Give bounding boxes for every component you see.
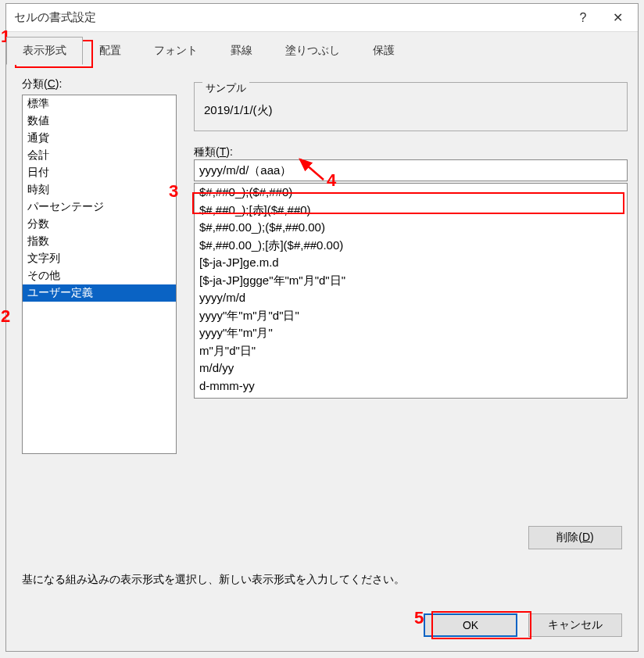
- help-icon[interactable]: ?: [566, 5, 600, 30]
- category-item[interactable]: 文字列: [23, 250, 176, 267]
- format-item[interactable]: $#,##0.00_);[赤]($#,##0.00): [195, 237, 627, 255]
- sample-legend: サンプル: [202, 81, 249, 95]
- format-item[interactable]: $#,##0_);[赤]($#,##0): [195, 202, 627, 220]
- close-icon[interactable]: ✕: [600, 5, 635, 30]
- tab-strip: 表示形式配置フォント罫線塗りつぶし保護: [6, 37, 638, 65]
- category-item[interactable]: パーセンテージ: [23, 198, 176, 216]
- sample-value: 2019/1/1/(火): [204, 103, 617, 118]
- category-item[interactable]: 標準: [23, 95, 176, 113]
- format-item[interactable]: yyyy"年"m"月": [195, 324, 627, 342]
- format-item[interactable]: m/d/yy: [195, 359, 627, 377]
- tab-5[interactable]: 保護: [356, 37, 411, 65]
- titlebar: セルの書式設定 ? ✕: [6, 4, 638, 32]
- format-cells-dialog: セルの書式設定 ? ✕ 表示形式配置フォント罫線塗りつぶし保護 分類(C): 標…: [5, 3, 639, 652]
- tab-2[interactable]: フォント: [138, 37, 214, 65]
- type-input[interactable]: [194, 159, 628, 181]
- ok-button[interactable]: OK: [424, 613, 517, 637]
- dialog-title: セルの書式設定: [14, 10, 566, 25]
- category-item[interactable]: 会計: [23, 147, 176, 164]
- delete-button[interactable]: 削除(D): [528, 526, 622, 549]
- category-item[interactable]: 日付: [23, 164, 176, 181]
- format-item[interactable]: $#,##0_);($#,##0): [195, 184, 627, 202]
- category-item[interactable]: 時刻: [23, 181, 176, 198]
- callout-4: 4: [327, 170, 336, 191]
- category-item[interactable]: 通貨: [23, 130, 176, 147]
- format-item[interactable]: [$-ja-JP]ge.m.d: [195, 254, 627, 272]
- footer: OK キャンセル: [424, 613, 622, 637]
- callout-5: 5: [414, 608, 424, 628]
- type-label: 種類(T):: [194, 145, 628, 159]
- format-item[interactable]: $#,##0.00_);($#,##0.00): [195, 219, 627, 237]
- format-item[interactable]: yyyy"年"m"月"d"日": [195, 307, 627, 325]
- callout-2: 2: [1, 306, 10, 327]
- format-item[interactable]: m"月"d"日": [195, 342, 627, 360]
- category-list[interactable]: 標準数値通貨会計日付時刻パーセンテージ分数指数文字列その他ユーザー定義: [22, 95, 177, 454]
- callout-3: 3: [169, 181, 178, 202]
- category-item[interactable]: 数値: [23, 113, 176, 130]
- content-area: 分類(C): 標準数値通貨会計日付時刻パーセンテージ分数指数文字列その他ユーザー…: [6, 65, 638, 467]
- format-item[interactable]: [$-ja-JP]ggge"年"m"月"d"日": [195, 272, 627, 290]
- category-item[interactable]: ユーザー定義: [23, 284, 176, 302]
- tab-4[interactable]: 塗りつぶし: [269, 37, 356, 65]
- hint-text: 基になる組み込みの表示形式を選択し、新しい表示形式を入力してください。: [22, 573, 405, 587]
- right-column: サンプル 2019/1/1/(火) 種類(T): $#,##0_);($#,##…: [194, 77, 628, 399]
- tab-3[interactable]: 罫線: [214, 37, 269, 65]
- cancel-button[interactable]: キャンセル: [528, 613, 622, 637]
- category-item[interactable]: 指数: [23, 233, 176, 250]
- tab-0[interactable]: 表示形式: [6, 37, 83, 65]
- format-item[interactable]: d-mmm-yy: [195, 377, 627, 395]
- format-list[interactable]: $#,##0_);($#,##0)$#,##0_);[赤]($#,##0)$#,…: [194, 183, 628, 399]
- tab-1[interactable]: 配置: [83, 37, 138, 65]
- category-item[interactable]: 分数: [23, 216, 176, 233]
- category-item[interactable]: その他: [23, 267, 176, 284]
- sample-group: サンプル 2019/1/1/(火): [194, 82, 628, 131]
- format-item[interactable]: yyyy/m/d: [195, 289, 627, 307]
